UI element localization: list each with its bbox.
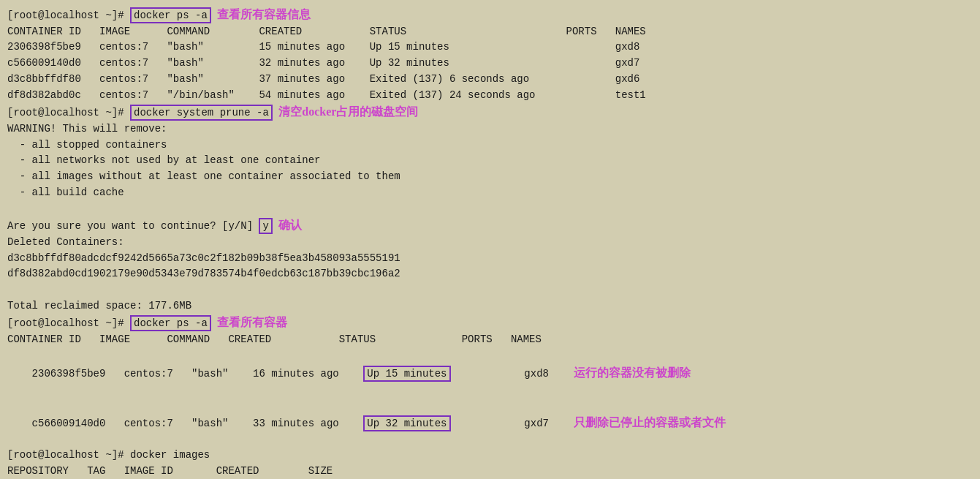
warning-item-4: - all build cache <box>7 185 973 201</box>
cmd-2: docker system prune -a <box>130 105 273 121</box>
warning-item-3: - all images without at least one contai… <box>7 169 973 185</box>
empty-2 <box>7 282 973 298</box>
running-1-post: gxd8 <box>451 368 574 380</box>
running-2-post: gxd7 <box>451 418 574 429</box>
running-1-pre: 2306398f5be9 centos:7 "bash" 16 minutes … <box>32 368 364 380</box>
prompt-3: [root@localhost ~]# <box>7 317 130 329</box>
reclaimed-space: Total reclaimed space: 177.6MB <box>7 298 973 314</box>
confirm-prompt: Are you sure you want to continue? [y/N] <box>7 220 259 232</box>
images-cmd: [root@localhost ~]# docker images <box>7 448 973 464</box>
annotation-1: 查看所有容器信息 <box>217 8 311 20</box>
ps-header: CONTAINER ID IMAGE COMMAND CREATED STATU… <box>7 24 973 40</box>
deleted-id-1: d3c8bbffdf80adcdcf9242d5665a73c0c2f182b0… <box>7 251 973 267</box>
annotation-2: 清空docker占用的磁盘空间 <box>278 105 418 118</box>
confirm-input: y <box>259 218 272 234</box>
line-ps2: [root@localhost ~]# docker ps -a 查看所有容器 <box>7 314 973 332</box>
annotation-running-2: 只删除已停止的容器或者文件 <box>574 416 726 429</box>
terminal: [root@localhost ~]# docker ps -a 查看所有容器信… <box>7 6 973 479</box>
annotation-running-1: 运行的容器没有被删除 <box>574 366 691 379</box>
empty-1 <box>7 200 973 216</box>
container-row-1: 2306398f5be9 centos:7 "bash" 15 minutes … <box>7 39 973 56</box>
line-1: [root@localhost ~]# docker ps -a 查看所有容器信… <box>7 6 973 24</box>
spacer-1 <box>211 10 217 21</box>
line-prune: [root@localhost ~]# docker system prune … <box>7 103 973 121</box>
annotation-confirm: 确认 <box>278 219 302 231</box>
images-header: REPOSITORY TAG IMAGE ID CREATED SIZE <box>7 464 973 479</box>
deleted-header: Deleted Containers: <box>7 235 973 251</box>
annotation-3: 查看所有容器 <box>217 316 287 328</box>
warning-item-1: - all stopped containers <box>7 137 973 154</box>
warning-item-2: - all networks not used by at least one … <box>7 153 973 169</box>
ps2-header: CONTAINER ID IMAGE COMMAND CREATED STATU… <box>7 332 973 348</box>
warning-line: WARNING! This will remove: <box>7 121 973 137</box>
cmd-1: docker ps -a <box>130 7 211 23</box>
cmd-3: docker ps -a <box>130 315 211 331</box>
status-up-2: Up 32 minutes <box>363 415 450 431</box>
container-row-4: df8d382abd0c centos:7 "/bin/bash" 54 min… <box>7 88 973 104</box>
confirm-line: Are you sure you want to continue? [y/N]… <box>7 216 973 235</box>
container-row-3: d3c8bbffdf80 centos:7 "bash" 37 minutes … <box>7 72 973 88</box>
prompt-1: [root@localhost ~]# <box>7 10 130 21</box>
running-row-2: c566009140d0 centos:7 "bash" 33 minutes … <box>7 398 973 448</box>
container-row-2: c566009140d0 centos:7 "bash" 32 minutes … <box>7 56 973 72</box>
status-up-1: Up 15 minutes <box>363 366 450 382</box>
spacer-4 <box>211 317 217 329</box>
running-2-pre: c566009140d0 centos:7 "bash" 33 minutes … <box>32 418 364 429</box>
running-row-1: 2306398f5be9 centos:7 "bash" 16 minutes … <box>7 348 973 398</box>
deleted-id-2: df8d382abd0cd1902179e90d5343e79d783574b4… <box>7 266 973 282</box>
prompt-2: [root@localhost ~]# <box>7 107 130 118</box>
